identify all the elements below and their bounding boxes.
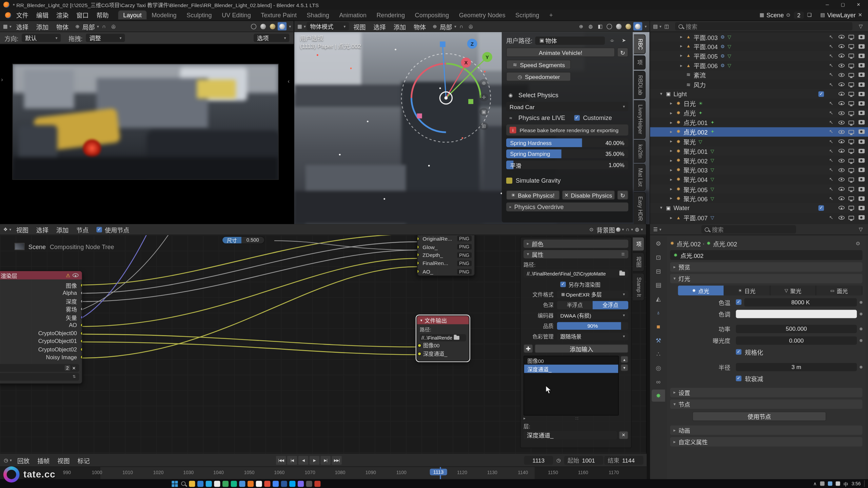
snap-magnet-icon[interactable]: ∩: [100, 22, 108, 30]
transport-button[interactable]: ▶▶|: [332, 456, 342, 465]
taskbar-app-icon[interactable]: [231, 481, 237, 487]
taskbar-search-icon[interactable]: [181, 481, 185, 486]
disable-in-viewport-toggle[interactable]: [846, 149, 856, 153]
selectable-toggle[interactable]: ↖: [826, 53, 836, 59]
scene-users-badge[interactable]: 2: [794, 11, 804, 18]
animate-dot[interactable]: [860, 301, 862, 303]
object-name[interactable]: Water: [673, 205, 690, 211]
ime-language-indicator[interactable]: 中: [844, 480, 848, 487]
disable-in-viewport-toggle[interactable]: [846, 130, 856, 134]
object-name[interactable]: 平面.006: [693, 61, 717, 70]
viewport-3d[interactable]: ▦▾ 物体模式▾ 视图选择添加物体 ⊕ 局部▾ ∩ ◎ ⊕ ◍ ◧ ▾: [294, 21, 650, 224]
menubar-menu[interactable]: 渲染: [53, 11, 73, 19]
unlink-icon[interactable]: ✕: [72, 365, 76, 370]
remove-viewlayer-icon[interactable]: ✕: [856, 11, 865, 19]
viewport-menu[interactable]: 添加: [390, 22, 410, 30]
selectable-toggle[interactable]: ↖: [826, 186, 836, 192]
sidebar-tab[interactable]: RBDLab: [634, 70, 646, 99]
overlays-icon[interactable]: ◍▾: [634, 225, 643, 233]
taskbar-app-icon[interactable]: [273, 481, 279, 487]
size-node-value[interactable]: 0.500: [241, 237, 264, 243]
object-name[interactable]: 聚光.002: [684, 156, 708, 165]
timeline-menu[interactable]: 插帧: [34, 456, 54, 465]
hide-in-viewport-toggle[interactable]: [836, 187, 846, 191]
properties-tab[interactable]: ■: [652, 320, 665, 332]
node-path-field[interactable]: //..\FinalRende: [420, 334, 466, 341]
frame-end-field[interactable]: 结束1144: [604, 456, 643, 465]
disable-in-render-toggle[interactable]: [856, 215, 866, 220]
expand-arrow-icon[interactable]: ▸: [668, 101, 675, 106]
workspace-tab[interactable]: Sculpting: [181, 11, 217, 19]
expand-arrow-icon[interactable]: ▸: [678, 44, 685, 49]
file-output-node[interactable]: ▾ 文件输出 路径: //..\FinalRende 图像00 深度通道_: [416, 316, 469, 361]
camera-gadget-icon[interactable]: ▣: [479, 108, 488, 116]
workspace-tab[interactable]: Shading: [302, 11, 334, 19]
node-editor-menu[interactable]: 选择: [32, 225, 52, 234]
file-slot-list-item[interactable]: 深度通道_: [524, 365, 618, 373]
disable-in-viewport-toggle[interactable]: [846, 168, 856, 172]
outliner-row[interactable]: ▸ ✸ 聚光 ▽ ✓ ↖: [650, 137, 868, 146]
outliner-row[interactable]: ≋ 风力 ✓ ↖: [650, 80, 868, 89]
node-canvas[interactable]: Scene Compositing Node Tree 渲染层 ⚠ 图像 Alp…: [0, 235, 646, 454]
expand-arrow-icon[interactable]: ▾: [658, 205, 665, 210]
editor-type-icon[interactable]: ▤▾: [653, 22, 662, 30]
soft-falloff-checkbox[interactable]: ✓: [736, 376, 741, 381]
disable-in-render-toggle[interactable]: [856, 158, 866, 163]
custom-properties-panel-header[interactable]: ▸自定义属性: [670, 437, 862, 447]
scene-select-field[interactable]: ▦Scene 2 ✕: [0, 364, 79, 372]
selectable-toggle[interactable]: ↖: [826, 177, 836, 182]
disable-in-viewport-toggle[interactable]: [846, 140, 856, 143]
render-layers-node-header[interactable]: 渲染层 ⚠: [0, 271, 82, 279]
hide-in-viewport-toggle[interactable]: [836, 140, 846, 143]
pin-icon[interactable]: ⊙: [784, 11, 793, 19]
workspace-tab[interactable]: UV Editing: [217, 11, 256, 19]
taskbar-app-icon[interactable]: [298, 481, 304, 487]
rbc-slider[interactable]: Spring Damping 35.00%: [506, 149, 628, 158]
shading-rendered-button[interactable]: [278, 22, 287, 30]
outliner-row[interactable]: ▸ ✸ 点光 ✦ ✓ ↖: [650, 108, 868, 118]
outliner-row[interactable]: ▸ ✸ 聚光.006 ▽ ✓ ↖: [650, 194, 868, 203]
workspace-tab[interactable]: Compositing: [410, 11, 454, 19]
node-output-socket[interactable]: AO: [0, 321, 82, 329]
expand-arrow-icon[interactable]: ▸: [678, 54, 685, 59]
disable-in-render-toggle[interactable]: [856, 101, 866, 106]
properties-panel-header[interactable]: ▾属性≣: [524, 250, 628, 258]
outliner-row[interactable]: ▸ ✸ 聚光.004 ▽ ✓ ↖: [650, 175, 868, 184]
properties-tab[interactable]: ♁: [652, 307, 665, 319]
object-name[interactable]: 聚光.001: [684, 146, 708, 155]
sidebar-tab[interactable]: Mat List: [634, 164, 646, 191]
hide-in-viewport-toggle[interactable]: [836, 82, 846, 86]
sidebar-tab[interactable]: Easy HDR: [634, 192, 646, 224]
speed-segments-button[interactable]: ≋Speed Segments: [506, 60, 571, 69]
expand-arrow-icon[interactable]: ▸: [668, 177, 675, 182]
refresh-button[interactable]: ↻: [617, 47, 628, 57]
expand-arrow-icon[interactable]: ▸: [668, 139, 675, 144]
sidebar-tab[interactable]: 项: [634, 55, 646, 69]
use-nodes-button[interactable]: 使用节点: [692, 412, 826, 421]
expand-arrow-icon[interactable]: ▸: [678, 63, 685, 68]
properties-search-input[interactable]: 搜索: [701, 225, 796, 233]
taskbar-app-icon[interactable]: [306, 481, 312, 487]
viewport-menu[interactable]: 选择: [370, 22, 390, 30]
taskbar-app-icon[interactable]: [281, 481, 287, 487]
hide-in-viewport-toggle[interactable]: [836, 206, 846, 210]
playhead-label[interactable]: 1113: [430, 469, 447, 475]
workspace-tab[interactable]: Modeling: [146, 11, 181, 19]
disable-in-render-toggle[interactable]: [856, 44, 866, 48]
drag-dropdown[interactable]: 调整▾: [86, 34, 125, 42]
show-desktop-sliver[interactable]: [864, 480, 866, 487]
expand-arrow-icon[interactable]: ▸: [668, 186, 675, 191]
disable-in-render-toggle[interactable]: [856, 92, 866, 96]
orientation-dropdown[interactable]: 局部: [440, 22, 452, 30]
workspace-tab[interactable]: Scripting: [510, 11, 544, 19]
show-gizmo-icon[interactable]: ⊕: [577, 22, 586, 30]
properties-tab[interactable]: ∞: [652, 376, 665, 388]
disable-in-render-toggle[interactable]: [856, 82, 866, 87]
tray-chevron-icon[interactable]: ∧: [813, 481, 816, 486]
selectable-toggle[interactable]: ↖: [826, 139, 836, 144]
disable-in-render-toggle[interactable]: [856, 54, 866, 58]
tray-icon[interactable]: [820, 481, 825, 486]
viewport-menu[interactable]: 物体: [410, 22, 430, 30]
disable-in-render-toggle[interactable]: [856, 139, 866, 144]
hide-in-viewport-toggle[interactable]: [836, 216, 846, 219]
